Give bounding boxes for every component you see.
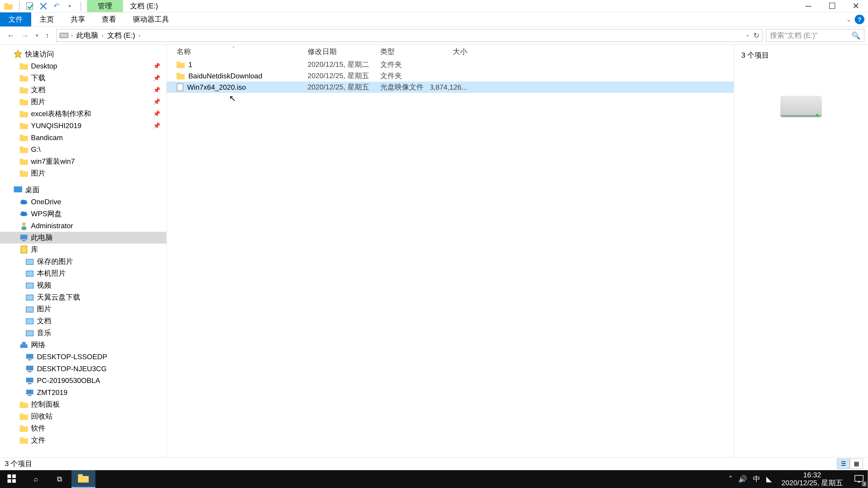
tray-app-icon[interactable]: ◣ [766,475,772,483]
maximize-button[interactable]: ☐ [820,0,844,12]
volume-icon[interactable]: 🔊 [738,475,747,483]
library-icon [25,316,35,326]
view-icons-button[interactable]: ▦ [850,458,863,469]
undo-qat-icon[interactable]: ↶ [52,1,61,11]
tree-item[interactable]: ZMT2019 [0,387,166,398]
ribbon-collapse-icon[interactable]: ⌄ [846,16,851,23]
navigation-tree[interactable]: 快速访问 Desktop📌下载📌文档📌图片📌excel表格制作求和📌YUNQIS… [0,45,167,457]
properties-qat-icon[interactable] [26,1,35,11]
search-box[interactable]: 搜索"文档 (E:)" 🔍 [766,29,864,42]
crumb-sep-icon[interactable]: › [138,33,141,39]
tree-item[interactable]: PC-20190530OBLA [0,375,166,387]
svg-rect-45 [22,342,26,344]
tree-item[interactable]: DESKTOP-LSSOEDP [0,351,166,363]
tree-item[interactable]: 天翼云盘下载 [0,291,166,303]
tree-item[interactable]: 下载📌 [0,72,166,84]
tree-item[interactable]: 回收站 [0,411,166,422]
separator [19,1,20,11]
title-bar: ↶ ▾ 管理 文档 (E:) ─ ☐ ✕ [0,0,868,12]
up-button[interactable]: ↑ [46,31,49,40]
tree-item[interactable]: 图片 [0,303,166,315]
tree-item[interactable]: 图片📌 [0,96,166,108]
minimize-button[interactable]: ─ [796,0,820,12]
tree-item[interactable]: 保存的图片 [0,256,166,267]
tree-item[interactable]: WPS网盘 [0,208,166,220]
svg-rect-21 [20,160,28,165]
tree-desktop-root[interactable]: 桌面 [0,184,166,196]
start-button[interactable] [0,470,24,488]
svg-rect-57 [20,414,23,415]
crumb-sep-icon[interactable]: › [71,33,73,39]
col-type[interactable]: 类型 [371,47,430,57]
refresh-icon[interactable]: ↻ [753,31,760,40]
file-row[interactable]: Win7x64_2020.iso2020/12/25, 星期五 1...光盘映像… [167,82,734,93]
tab-file[interactable]: 文件 [0,12,31,26]
col-size[interactable]: 大小 [430,47,472,57]
tree-item[interactable]: win7重装win7 [0,156,166,167]
tree-item[interactable]: 库 [0,243,166,256]
help-icon[interactable]: ? [855,15,864,24]
tree-item[interactable]: Desktop📌 [0,60,166,72]
tree-item[interactable]: 软件 [0,422,166,434]
tree-item[interactable]: 图片 [0,167,166,180]
ime-indicator[interactable]: 中 [753,474,760,484]
tree-item[interactable]: Bandicam [0,132,166,144]
tree-item[interactable]: 视频 [0,280,166,291]
tree-item[interactable]: 本机照片 [0,267,166,280]
address-bar[interactable]: › 此电脑 › 文档 (E:) › ⌄ ↻ [56,29,763,42]
address-dropdown-icon[interactable]: ⌄ [745,31,750,40]
qat-dropdown-icon[interactable]: ▾ [65,1,74,11]
history-dropdown-icon[interactable]: ▾ [36,32,38,39]
tab-drive-tools[interactable]: 驱动器工具 [125,12,178,26]
tree-label: 软件 [31,424,45,433]
tab-view[interactable]: 查看 [93,12,125,26]
delete-qat-icon[interactable] [39,1,48,11]
tree-item[interactable]: G:\ [0,143,166,156]
tree-item[interactable]: Administrator [0,220,166,232]
file-row[interactable]: 12020/12/15, 星期二 1...文件夹 [167,59,734,70]
task-view-button[interactable]: ⧉ [48,470,71,488]
tab-home[interactable]: 主页 [31,12,62,26]
taskbar-clock[interactable]: 16:32 2020/12/25, 星期五 [778,471,846,487]
action-center-button[interactable]: 3 [852,473,866,486]
crumb-current[interactable]: 文档 (E:) [106,31,136,40]
forward-button[interactable]: → [22,31,29,40]
tree-item[interactable]: DESKTOP-NJEU3CG [0,363,166,375]
tree-item[interactable]: excel表格制作求和📌 [0,108,166,120]
tree-label: 保存的图片 [37,257,73,266]
tree-item[interactable]: YUNQISHI2019📌 [0,120,166,132]
back-button[interactable]: ← [7,31,14,40]
tree-item[interactable]: OneDrive [0,196,166,208]
svg-rect-44 [20,344,28,348]
tree-item[interactable]: 控制面板 [0,398,166,411]
search-button[interactable]: ⌕ [24,470,48,488]
tab-drive-label: 驱动器工具 [133,15,169,24]
tree-item[interactable]: 文档 [0,315,166,327]
svg-rect-34 [20,235,28,239]
tree-network-root[interactable]: 网络 [0,339,166,351]
tree-item[interactable]: 此电脑 [0,232,166,244]
svg-rect-42 [26,319,33,324]
contextual-tab-title: 管理 [87,0,123,12]
tab-share[interactable]: 共享 [62,12,94,26]
file-list[interactable]: 名称 ˄ 修改日期 类型 大小 ↖ 12020/12/15, 星期二 1...文… [167,45,734,457]
tree-item[interactable]: 音乐 [0,327,166,339]
tree-item[interactable]: 文件 [0,434,166,446]
tree-label: 天翼云盘下载 [37,293,80,302]
file-row[interactable]: BaiduNetdiskDownload2020/12/25, 星期五 1...… [167,70,734,82]
folder-icon [19,109,29,119]
library-icon [25,269,35,278]
col-name[interactable]: 名称 ˄ [167,47,298,57]
tree-item[interactable]: 文档📌 [0,84,166,96]
crumb-sep-icon[interactable]: › [102,33,103,39]
svg-rect-67 [7,475,11,478]
taskbar-explorer[interactable] [71,470,95,488]
col-date[interactable]: 修改日期 [298,47,371,57]
crumb-this-pc[interactable]: 此电脑 [75,31,99,40]
tray-overflow-icon[interactable]: ˄ [729,475,733,483]
view-details-button[interactable]: ☰ [837,458,850,469]
svg-rect-38 [26,271,33,276]
tree-quick-access[interactable]: 快速访问 [0,48,166,60]
close-button[interactable]: ✕ [844,0,868,12]
folder-icon [19,85,29,95]
